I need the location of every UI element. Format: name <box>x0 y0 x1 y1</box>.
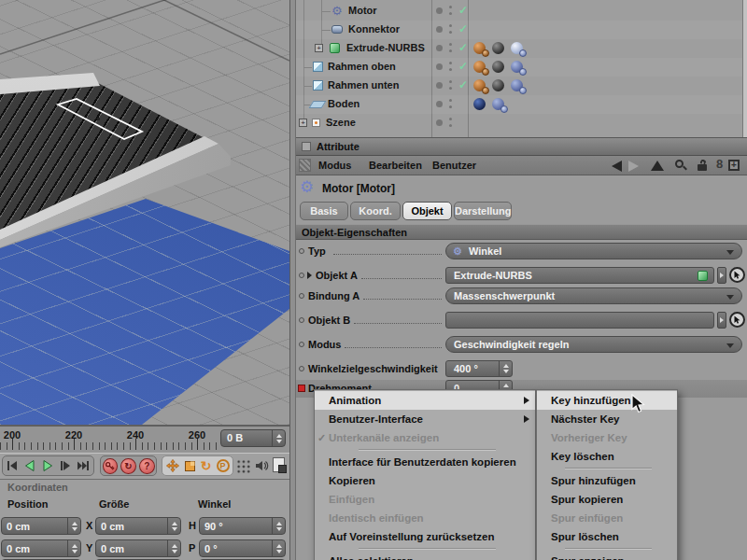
help-button[interactable]: ? <box>139 458 155 474</box>
material-tag-blue[interactable] <box>511 61 523 73</box>
menu-benutzer[interactable]: Benutzer <box>432 160 476 171</box>
tree-item-extrude-nurbs[interactable]: + Extrude-NURBS ✓ <box>296 39 742 58</box>
enabled-check-icon[interactable]: ✓ <box>458 60 468 73</box>
play-button[interactable] <box>38 456 56 475</box>
make-preview-icon[interactable] <box>273 457 285 472</box>
layer-dot[interactable] <box>436 82 443 89</box>
record-keyframe-button[interactable] <box>103 458 119 474</box>
enabled-check-icon[interactable]: ✓ <box>458 4 468 17</box>
tab-koord[interactable]: Koord. <box>350 202 401 220</box>
layer-dot[interactable] <box>436 7 443 14</box>
record-position-toggle[interactable] <box>164 456 181 475</box>
go-to-start-button[interactable] <box>3 456 21 475</box>
lock-icon[interactable] <box>698 164 707 171</box>
autokeying-button[interactable]: ↻ <box>120 458 136 474</box>
material-tag-blue[interactable] <box>511 79 523 91</box>
menu-item-alles-selektieren[interactable]: Alles selektieren <box>315 552 535 560</box>
anim-dot[interactable] <box>299 317 304 323</box>
visibility-dots[interactable] <box>449 43 452 46</box>
tree-item-rahmen-oben[interactable]: Rahmen oben ✓ <box>296 58 742 77</box>
visibility-dots[interactable] <box>449 24 452 27</box>
record-parameter-toggle[interactable]: P <box>215 456 232 475</box>
next-key-button[interactable] <box>56 456 74 475</box>
anim-dot[interactable] <box>299 248 304 254</box>
keyframe-set-icon[interactable] <box>298 385 305 392</box>
sound-icon[interactable] <box>254 458 270 475</box>
current-frame-field[interactable]: 0 B <box>220 429 286 447</box>
tab-basis[interactable]: Basis <box>300 202 348 220</box>
anim-dot[interactable] <box>299 293 304 299</box>
keyframe-selection-icon[interactable] <box>236 459 251 474</box>
visibility-dots[interactable] <box>449 118 452 120</box>
typ-dropdown[interactable]: ⚙ Winkel <box>445 243 742 259</box>
winkelziel-spinner[interactable]: 400 ° <box>445 360 513 377</box>
visibility-dots[interactable] <box>449 6 452 8</box>
menu-item-benutzer-interface[interactable]: Benutzer-Interface <box>315 410 535 428</box>
previous-key-button[interactable] <box>21 456 38 475</box>
object-menu-button[interactable] <box>717 267 726 284</box>
anim-dot[interactable] <box>299 366 304 371</box>
section-header[interactable]: Objekt-Eigenschaften <box>296 224 747 240</box>
material-tag-orange[interactable] <box>473 42 486 54</box>
timeline-ruler[interactable]: 200 220 240 260 0 B <box>0 425 289 453</box>
go-to-end-button[interactable] <box>74 456 92 475</box>
add-panel-icon[interactable]: + <box>728 160 740 171</box>
drag-grip-icon[interactable] <box>299 159 311 172</box>
material-tag-navy[interactable] <box>473 98 486 110</box>
menu-bearbeiten[interactable]: Bearbeiten <box>369 160 422 171</box>
modus-dropdown[interactable]: Geschwindigkeit regeln <box>445 336 742 353</box>
panel-pin-icon[interactable] <box>302 142 311 151</box>
material-tag-orange[interactable] <box>473 79 486 91</box>
material-tag-pale[interactable] <box>511 42 523 54</box>
expand-plus-icon[interactable]: + <box>299 119 307 127</box>
object-picker-button[interactable] <box>729 312 745 328</box>
submenu-item-spur-anzeigen[interactable]: Spur anzeigen <box>537 552 677 560</box>
spinner-arrows-icon[interactable] <box>272 430 285 446</box>
enabled-check-icon[interactable]: ✓ <box>458 41 468 54</box>
menu-item-interface-kopieren[interactable]: Interface für Benutzerdaten kopieren <box>315 453 535 471</box>
objekt-b-field[interactable] <box>445 312 714 329</box>
menu-item-animation[interactable]: Animation <box>315 391 535 410</box>
bindung-a-dropdown[interactable]: Massenschwerpunkt <box>445 287 742 304</box>
layer-dot[interactable] <box>436 45 443 51</box>
object-menu-button[interactable] <box>717 312 726 329</box>
menu-modus[interactable]: Modus <box>318 160 351 171</box>
expand-plus-icon[interactable]: + <box>315 44 323 52</box>
tree-item-szene[interactable]: + Szene <box>296 114 742 133</box>
menu-item-voreinstellung[interactable]: Auf Voreinstellung zurücksetzen <box>315 527 535 546</box>
visibility-dots[interactable] <box>449 99 452 102</box>
record-rotation-toggle[interactable]: ↻ <box>198 456 215 475</box>
visibility-dots[interactable] <box>449 62 452 64</box>
history-icon[interactable]: 8 <box>716 157 723 171</box>
submenu-item-naechster-key[interactable]: Nächster Key <box>537 410 677 428</box>
layer-dot[interactable] <box>436 101 443 107</box>
layer-dot[interactable] <box>436 26 443 33</box>
submenu-item-spur-hinzufuegen[interactable]: Spur hinzufügen <box>537 471 677 490</box>
anim-dot[interactable] <box>299 342 304 347</box>
viewport-3d[interactable] <box>0 0 289 425</box>
submenu-item-spur-kopieren[interactable]: Spur kopieren <box>537 490 677 509</box>
material-tag-dark[interactable] <box>492 42 504 54</box>
enabled-check-icon[interactable]: ✓ <box>458 22 468 35</box>
forward-icon[interactable] <box>628 161 639 172</box>
tab-objekt[interactable]: Objekt <box>402 202 452 220</box>
layer-dot[interactable] <box>436 63 443 70</box>
angle-p-field[interactable]: 0 ° <box>199 539 286 557</box>
attribute-title-bar[interactable]: Attribute <box>296 138 747 156</box>
position-y-field[interactable]: 0 cm <box>1 539 81 557</box>
objekt-a-field[interactable]: Extrude-NURBS <box>445 267 714 284</box>
spinner-arrows-icon[interactable] <box>499 361 512 376</box>
submenu-item-spur-loeschen[interactable]: Spur löschen <box>537 527 677 546</box>
record-scale-toggle[interactable] <box>181 456 198 475</box>
material-tag-blue[interactable] <box>492 98 504 110</box>
tree-item-konnektor[interactable]: Konnektor ✓ <box>296 21 742 39</box>
menu-item-kopieren[interactable]: Kopieren <box>315 471 535 490</box>
tree-item-boden[interactable]: Boden <box>296 95 742 114</box>
size-x-field[interactable]: 0 cm <box>95 517 181 535</box>
position-x-field[interactable]: 0 cm <box>1 517 81 535</box>
submenu-item-key-hinzufuegen[interactable]: Key hinzufügen <box>537 391 677 410</box>
enabled-check-icon[interactable]: ✓ <box>458 78 468 91</box>
tree-item-motor[interactable]: ⚙ Motor ✓ <box>296 2 742 21</box>
angle-h-field[interactable]: 90 ° <box>199 517 286 535</box>
material-tag-dark[interactable] <box>492 61 504 73</box>
